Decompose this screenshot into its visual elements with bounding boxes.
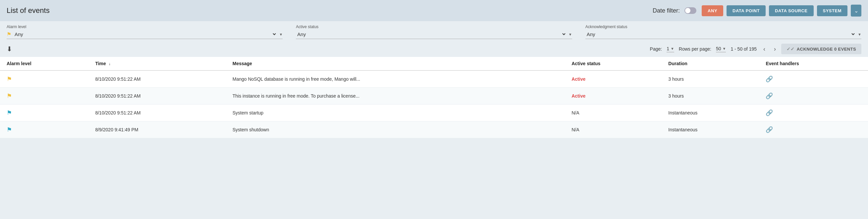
page-label: Page: xyxy=(650,46,662,51)
page-number: 1 xyxy=(666,46,669,51)
active-status-label: Active status xyxy=(296,25,572,29)
handler-link-icon-2[interactable]: 🔗 xyxy=(766,110,773,116)
header-row: List of events Date filter: ANY DATA POI… xyxy=(0,0,868,21)
cell-message-2: System startup xyxy=(227,105,566,121)
time-sort-icon: ↓ xyxy=(108,62,111,66)
alarm-level-label: Alarm level xyxy=(7,25,283,29)
active-status-filter: Active status Any Active Inactive ▼ xyxy=(296,25,572,39)
table-row: ⚑ 8/10/2020 9:51:22 AM This instance is … xyxy=(0,88,868,105)
cell-active-status-0: Active xyxy=(566,70,663,88)
filter-btn-system[interactable]: SYSTEM xyxy=(817,5,847,16)
active-status-value-0: Active xyxy=(571,76,585,82)
date-filter-label: Date filter: xyxy=(653,7,680,14)
col-event-handlers: Event handlers xyxy=(760,57,868,70)
rows-select-arrow[interactable]: ▼ xyxy=(722,47,726,50)
date-filter-toggle[interactable] xyxy=(684,7,696,14)
table-body: ⚑ 8/10/2020 9:51:22 AM Mango NoSQL datab… xyxy=(0,70,868,138)
ack-status-select-row: Any Acknowledged Unacknowledged ▼ xyxy=(585,31,861,39)
col-message: Message xyxy=(227,57,566,70)
download-button[interactable]: ⬇ xyxy=(7,45,12,53)
col-duration: Duration xyxy=(663,57,760,70)
table-container: Alarm level Time ↓ Message Active status… xyxy=(0,57,868,138)
table-row: ⚑ 8/10/2020 9:51:22 AM Mango NoSQL datab… xyxy=(0,70,868,88)
alarm-level-filter: Alarm level ⚑ Any Warning Critical ▼ xyxy=(7,25,283,39)
cell-duration-2: Instantaneous xyxy=(663,105,760,121)
alarm-level-select[interactable]: Any Warning Critical xyxy=(13,31,277,37)
page-select-wrapper: 1 ▼ xyxy=(666,46,674,52)
active-status-select-row: Any Active Inactive ▼ xyxy=(296,31,572,39)
cell-message-3: System shutdown xyxy=(227,121,566,138)
cell-message-1: This instance is running in free mode. T… xyxy=(227,88,566,105)
ack-status-arrow: ▼ xyxy=(858,32,861,36)
col-alarm-level: Alarm level xyxy=(0,57,90,70)
cell-time-1: 8/10/2020 9:51:22 AM xyxy=(90,88,227,105)
toolbar-section: ⬇ Page: 1 ▼ Rows per page: 50 ▼ 1 - 50 o… xyxy=(0,41,868,57)
cell-alarm-level-1: ⚑ xyxy=(0,88,90,105)
total-label: 1 - 50 of 195 xyxy=(731,46,757,51)
header-section: List of events Date filter: ANY DATA POI… xyxy=(0,0,868,21)
acknowledge-button[interactable]: ✓✓ ACKNOWLEDGE 0 EVENTS xyxy=(781,44,861,54)
flag-icon-3: ⚑ xyxy=(7,126,12,133)
ack-status-filter: Acknowledgment status Any Acknowledged U… xyxy=(585,25,861,39)
alarm-level-flag-icon: ⚑ xyxy=(7,31,11,37)
col-time[interactable]: Time ↓ xyxy=(90,57,227,70)
rows-select-wrapper: 50 ▼ xyxy=(716,46,726,52)
cell-active-status-2: N/A xyxy=(566,105,663,121)
handler-link-icon-3[interactable]: 🔗 xyxy=(766,126,773,133)
table-row: ⚑ 8/10/2020 9:51:22 AM System startup N/… xyxy=(0,105,868,121)
cell-alarm-level-0: ⚑ xyxy=(0,70,90,88)
acknowledge-check-icon: ✓✓ xyxy=(786,46,795,51)
toggle-knob xyxy=(685,8,690,13)
table-row: ⚑ 8/9/2020 9:41:49 PM System shutdown N/… xyxy=(0,121,868,138)
active-status-value-1: Active xyxy=(571,93,585,99)
table-header-row: Alarm level Time ↓ Message Active status… xyxy=(0,57,868,70)
next-page-button[interactable]: › xyxy=(772,44,778,54)
cell-alarm-level-2: ⚑ xyxy=(0,105,90,121)
cell-message-0: Mango NoSQL database is running in free … xyxy=(227,70,566,88)
cell-event-handlers-0: 🔗 xyxy=(760,70,868,88)
cell-active-status-1: Active xyxy=(566,88,663,105)
cell-time-2: 8/10/2020 9:51:22 AM xyxy=(90,105,227,121)
active-status-select[interactable]: Any Active Inactive xyxy=(296,31,566,37)
alarm-level-arrow: ▼ xyxy=(279,32,283,36)
active-status-arrow: ▼ xyxy=(568,32,572,36)
active-status-value-3: N/A xyxy=(571,127,579,132)
filters-section: Alarm level ⚑ Any Warning Critical ▼ Act… xyxy=(0,21,868,41)
rows-label: Rows per page: xyxy=(679,46,711,51)
prev-page-button[interactable]: ‹ xyxy=(761,44,767,54)
rows-value: 50 xyxy=(716,46,721,51)
page-container: List of events Date filter: ANY DATA POI… xyxy=(0,0,868,219)
filter-btn-datasource[interactable]: DATA SOURCE xyxy=(769,5,813,16)
pagination-section: Page: 1 ▼ Rows per page: 50 ▼ 1 - 50 of … xyxy=(650,44,778,54)
page-title: List of events xyxy=(7,6,50,15)
cell-duration-0: 3 hours xyxy=(663,70,760,88)
download-icon: ⬇ xyxy=(7,45,12,53)
handler-link-icon-1[interactable]: 🔗 xyxy=(766,93,773,99)
handler-link-icon-0[interactable]: 🔗 xyxy=(766,76,773,82)
ack-status-label: Acknowledgment status xyxy=(585,25,861,29)
ack-status-select[interactable]: Any Acknowledged Unacknowledged xyxy=(585,31,856,37)
cell-duration-1: 3 hours xyxy=(663,88,760,105)
events-table: Alarm level Time ↓ Message Active status… xyxy=(0,57,868,138)
page-select-arrow[interactable]: ▼ xyxy=(671,47,674,50)
col-active-status: Active status xyxy=(566,57,663,70)
alarm-level-select-row: ⚑ Any Warning Critical ▼ xyxy=(7,31,283,39)
cell-time-3: 8/9/2020 9:41:49 PM xyxy=(90,121,227,138)
cell-time-0: 8/10/2020 9:51:22 AM xyxy=(90,70,227,88)
cell-event-handlers-2: 🔗 xyxy=(760,105,868,121)
filter-btn-any[interactable]: ANY xyxy=(702,5,723,16)
acknowledge-label: ACKNOWLEDGE 0 EVENTS xyxy=(797,47,856,51)
flag-icon-2: ⚑ xyxy=(7,110,12,116)
cell-active-status-3: N/A xyxy=(566,121,663,138)
filter-btn-datapoint[interactable]: DATA POINT xyxy=(726,5,766,16)
cell-alarm-level-3: ⚑ xyxy=(0,121,90,138)
active-status-value-2: N/A xyxy=(571,110,579,115)
flag-icon-1: ⚑ xyxy=(7,93,12,99)
filters-inner: Alarm level ⚑ Any Warning Critical ▼ Act… xyxy=(7,25,861,39)
cell-event-handlers-3: 🔗 xyxy=(760,121,868,138)
cell-event-handlers-1: 🔗 xyxy=(760,88,868,105)
filter-dropdown-arrow[interactable]: ⌄ xyxy=(851,5,861,16)
flag-icon-0: ⚑ xyxy=(7,76,12,82)
header-right: Date filter: ANY DATA POINT DATA SOURCE … xyxy=(653,5,861,16)
cell-duration-3: Instantaneous xyxy=(663,121,760,138)
